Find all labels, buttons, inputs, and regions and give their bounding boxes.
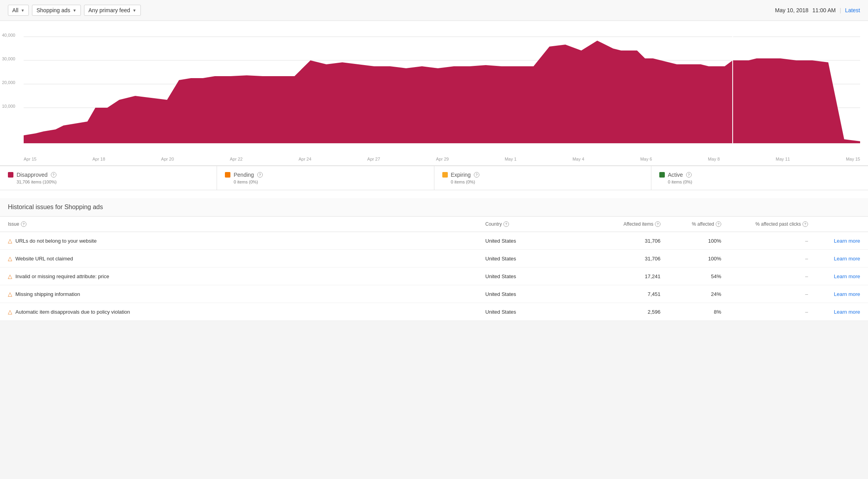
affected-cell-2: 17,241	[590, 268, 668, 285]
feed-caret: ▼	[133, 8, 137, 13]
learn-more-link-0[interactable]: Learn more	[834, 238, 860, 244]
legend-pending: Pending ? 0 items (0%)	[217, 166, 434, 190]
issue-cell-0: △ URLs do not belong to your website	[0, 232, 477, 250]
pending-help-icon[interactable]: ?	[257, 172, 263, 178]
legend-row: Disapproved ? 31,706 items (100%) Pendin…	[0, 166, 868, 190]
time-label: 11:00 AM	[812, 7, 836, 13]
legend-expiring-header: Expiring ?	[442, 172, 643, 178]
legend-expiring: Expiring ? 0 items (0%)	[434, 166, 651, 190]
warn-icon-2: △	[8, 273, 12, 279]
x-label-may6: May 6	[640, 157, 652, 161]
issue-cell-4: △ Automatic item disapprovals due to pol…	[0, 303, 477, 321]
date-label: May 10, 2018	[775, 7, 808, 13]
th-pct-affected: % affected ?	[668, 217, 729, 232]
th-action	[816, 217, 868, 232]
warn-icon-0: △	[8, 238, 12, 244]
latest-link[interactable]: Latest	[845, 7, 860, 13]
warn-icon-4: △	[8, 309, 12, 315]
page-wrapper: All ▼ Shopping ads ▼ Any primary feed ▼ …	[0, 0, 868, 321]
learn-more-link-3[interactable]: Learn more	[834, 291, 860, 297]
country-cell-2: United States	[477, 268, 590, 285]
learn-more-cell-1: Learn more	[816, 250, 868, 268]
issue-text-4: Automatic item disapprovals due to polic…	[15, 309, 130, 315]
pct-clicks-cell-3: –	[729, 285, 816, 303]
y-label-40000: 40,000	[2, 33, 15, 37]
warn-icon-3: △	[8, 291, 12, 297]
legend-active-header: Active ?	[659, 172, 860, 178]
issues-tbody: △ URLs do not belong to your website Uni…	[0, 232, 868, 321]
x-label-may1: May 1	[505, 157, 516, 161]
x-label-apr22: Apr 22	[230, 157, 243, 161]
issue-text-2: Invalid or missing required attribute: p…	[15, 273, 109, 279]
active-color	[659, 172, 665, 178]
x-label-apr29: Apr 29	[436, 157, 449, 161]
feed-dropdown[interactable]: Any primary feed ▼	[84, 5, 141, 16]
chart-container: 40,000 30,000 20,000 10,000 Apr 15 Apr 1…	[0, 21, 868, 166]
active-info: 0 items (0%)	[668, 180, 860, 184]
country-cell-4: United States	[477, 303, 590, 321]
filter-bar: All ▼ Shopping ads ▼ Any primary feed ▼ …	[0, 0, 868, 21]
active-help-icon[interactable]: ?	[686, 172, 692, 178]
x-label-may11: May 11	[776, 157, 790, 161]
y-label-20000: 20,000	[2, 80, 15, 85]
learn-more-link-2[interactable]: Learn more	[834, 273, 860, 279]
issues-table: Issue ? Country ? Affected items ?	[0, 217, 868, 321]
pending-info: 0 items (0%)	[234, 180, 426, 184]
expiring-help-icon[interactable]: ?	[474, 172, 479, 178]
learn-more-cell-0: Learn more	[816, 232, 868, 250]
x-label-apr18: Apr 18	[92, 157, 105, 161]
issues-section: Historical issues for Shopping ads Issue…	[0, 198, 868, 321]
y-label-10000: 10,000	[2, 104, 15, 109]
y-label-30000: 30,000	[2, 56, 15, 61]
ad-type-dropdown[interactable]: Shopping ads ▼	[32, 5, 81, 16]
issue-text-0: URLs do not belong to your website	[15, 238, 97, 244]
pct-cell-4: 8%	[668, 303, 729, 321]
issues-table-head: Issue ? Country ? Affected items ?	[0, 217, 868, 232]
affected-cell-1: 31,706	[590, 250, 668, 268]
pending-label: Pending	[234, 172, 254, 178]
disapproved-label: Disapproved	[17, 172, 48, 178]
chart-svg	[24, 29, 860, 155]
table-row: △ Website URL not claimed United States …	[0, 250, 868, 268]
pct-clicks-cell-2: –	[729, 268, 816, 285]
pct-clicks-cell-4: –	[729, 303, 816, 321]
feed-label: Any primary feed	[88, 7, 130, 13]
issue-cell-2: △ Invalid or missing required attribute:…	[0, 268, 477, 285]
affected-cell-0: 31,706	[590, 232, 668, 250]
th-country: Country ?	[477, 217, 590, 232]
legend-active: Active ? 0 items (0%)	[651, 166, 868, 190]
ad-type-label: Shopping ads	[36, 7, 70, 13]
table-row: △ Missing shipping information United St…	[0, 285, 868, 303]
filter-right: May 10, 2018 11:00 AM | Latest	[775, 7, 860, 13]
all-dropdown[interactable]: All ▼	[8, 5, 29, 16]
pct-clicks-cell-0: –	[729, 232, 816, 250]
x-label-apr15: Apr 15	[24, 157, 36, 161]
pct-cell-1: 100%	[668, 250, 729, 268]
pct-cell-0: 100%	[668, 232, 729, 250]
affected-cell-3: 7,451	[590, 285, 668, 303]
country-cell-1: United States	[477, 250, 590, 268]
pct-clicks-cell-1: –	[729, 250, 816, 268]
disapproved-color	[8, 172, 13, 178]
x-label-may8: May 8	[708, 157, 720, 161]
th-issue: Issue ?	[0, 217, 477, 232]
pct-cell-3: 24%	[668, 285, 729, 303]
table-row: △ URLs do not belong to your website Uni…	[0, 232, 868, 250]
x-label-apr24: Apr 24	[299, 157, 311, 161]
pct-col-help-icon[interactable]: ?	[716, 221, 721, 227]
issue-cell-3: △ Missing shipping information	[0, 285, 477, 303]
affected-col-help-icon[interactable]: ?	[655, 221, 660, 227]
pct-clicks-col-help-icon[interactable]: ?	[803, 221, 808, 227]
learn-more-link-1[interactable]: Learn more	[834, 256, 860, 262]
active-label: Active	[668, 172, 683, 178]
pending-color	[225, 172, 230, 178]
learn-more-link-4[interactable]: Learn more	[834, 309, 860, 315]
country-col-help-icon[interactable]: ?	[503, 221, 509, 227]
issues-title: Historical issues for Shopping ads	[0, 198, 868, 217]
legend-disapproved: Disapproved ? 31,706 items (100%)	[0, 166, 217, 190]
expiring-info: 0 items (0%)	[451, 180, 643, 184]
country-cell-3: United States	[477, 285, 590, 303]
disapproved-help-icon[interactable]: ?	[51, 172, 56, 178]
table-row: △ Invalid or missing required attribute:…	[0, 268, 868, 285]
issue-col-help-icon[interactable]: ?	[21, 221, 26, 227]
